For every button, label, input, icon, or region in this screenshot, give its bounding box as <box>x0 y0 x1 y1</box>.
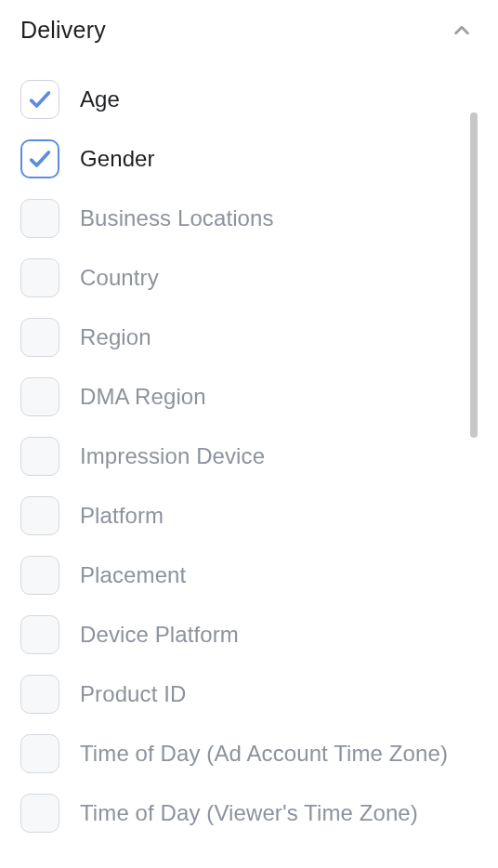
option-label: Platform <box>80 502 164 530</box>
option-label: Region <box>80 323 151 351</box>
option-row[interactable]: Device Platform <box>20 605 478 664</box>
option-row[interactable]: Age <box>20 70 478 129</box>
option-label: Device Platform <box>80 621 239 649</box>
option-label: Business Locations <box>80 204 274 232</box>
option-label: Time of Day (Ad Account Time Zone) <box>80 740 448 768</box>
option-row[interactable]: Region <box>20 308 478 367</box>
option-row[interactable]: Product ID <box>20 664 478 724</box>
checkbox[interactable] <box>20 318 59 357</box>
scrollbar[interactable] <box>470 112 478 438</box>
option-row[interactable]: Country <box>20 248 478 308</box>
option-label: Country <box>80 264 159 292</box>
option-row[interactable]: Gender <box>20 129 478 189</box>
option-label: Placement <box>80 561 186 589</box>
option-label: Impression Device <box>80 442 265 470</box>
option-row[interactable]: Time of Day (Viewer's Time Zone) <box>20 783 478 843</box>
option-row[interactable]: Platform <box>20 486 478 546</box>
checkbox[interactable] <box>20 794 59 833</box>
option-label: DMA Region <box>80 383 206 411</box>
option-row[interactable]: Time of Day (Ad Account Time Zone) <box>20 724 478 783</box>
checkbox[interactable] <box>20 258 59 297</box>
option-label: Product ID <box>80 680 186 708</box>
option-row[interactable]: Impression Device <box>20 427 478 486</box>
checkbox[interactable] <box>20 675 59 714</box>
checkbox[interactable] <box>20 496 59 535</box>
checkbox[interactable] <box>20 556 59 595</box>
option-label: Time of Day (Viewer's Time Zone) <box>80 799 418 827</box>
checkbox[interactable] <box>20 437 59 476</box>
option-row[interactable]: DMA Region <box>20 367 478 427</box>
section-header-delivery[interactable]: Delivery <box>20 17 478 44</box>
checkbox[interactable] <box>20 734 59 773</box>
option-row[interactable]: Placement <box>20 546 478 605</box>
checkbox[interactable] <box>20 139 59 178</box>
option-row[interactable]: Business Locations <box>20 189 478 248</box>
section-title: Delivery <box>20 17 106 44</box>
options-list: AgeGenderBusiness LocationsCountryRegion… <box>20 70 478 868</box>
checkbox[interactable] <box>20 615 59 654</box>
chevron-up-icon <box>452 20 472 41</box>
checkbox[interactable] <box>20 80 59 119</box>
checkbox[interactable] <box>20 199 59 238</box>
checkbox[interactable] <box>20 377 59 416</box>
option-label: Gender <box>80 145 155 173</box>
option-label: Age <box>80 85 120 113</box>
